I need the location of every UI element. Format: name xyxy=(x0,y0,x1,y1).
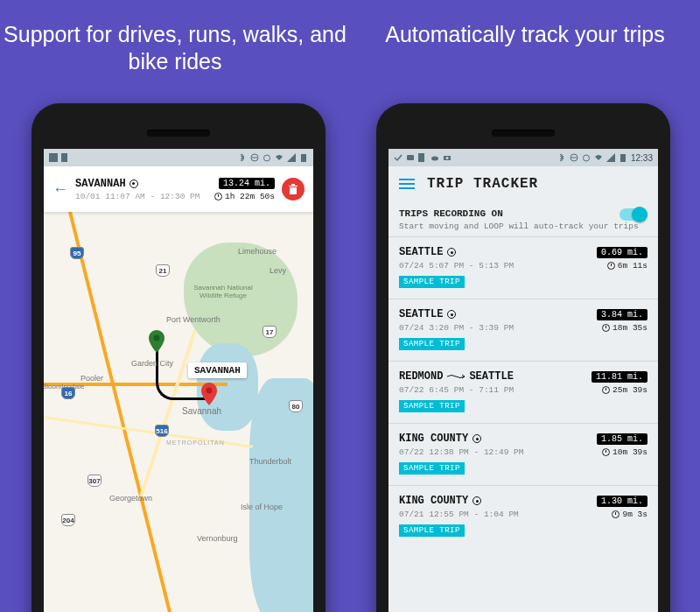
alarm-icon xyxy=(262,153,271,162)
trip-list-item[interactable]: KING COUNTY 1.30 mi. 07/21 12:55 PM - 1:… xyxy=(388,485,658,547)
recording-status-bar: TRIPS RECORDING ON Start moving and LOOP… xyxy=(388,201,658,240)
trip-distance-badge: 0.69 mi. xyxy=(597,247,648,258)
map-town-port-wentworth: Port Wentworth xyxy=(166,315,220,324)
trip-distance-badge: 3.84 mi. xyxy=(597,309,648,320)
do-not-disturb-icon xyxy=(570,153,578,162)
caption-right: Automatically track your trips xyxy=(350,21,700,48)
svg-point-7 xyxy=(206,388,213,394)
map-shield-us80: 80 xyxy=(289,400,303,412)
map-town-garden-city: Garden City xyxy=(131,359,173,368)
svg-rect-1 xyxy=(61,153,67,162)
trip-map[interactable]: SAVANNAH Limehouse Levy Savannah Nationa… xyxy=(44,212,313,612)
svg-rect-11 xyxy=(418,153,424,162)
recording-title: TRIPS RECORDING ON xyxy=(399,208,648,219)
sample-trip-tag: SAMPLE TRIP xyxy=(399,400,465,412)
svg-point-17 xyxy=(583,155,589,161)
bluetooth-icon xyxy=(238,153,247,162)
trip-list-item[interactable]: KING COUNTY 1.85 mi. 07/22 12:38 PM - 12… xyxy=(388,423,658,485)
caption-left: Support for drives, runs, walks, and bik… xyxy=(0,21,350,76)
map-town-thunderbolt: Thunderbolt xyxy=(249,457,291,466)
status-cloud-icon xyxy=(430,153,439,162)
clock-icon xyxy=(612,510,620,518)
battery-icon xyxy=(299,153,308,162)
status-camera-icon xyxy=(443,153,452,162)
target-icon xyxy=(447,248,456,257)
target-icon xyxy=(130,179,138,188)
menu-button[interactable] xyxy=(399,179,415,189)
status-notif-icon xyxy=(49,153,58,162)
map-callout[interactable]: SAVANNAH xyxy=(188,362,247,378)
trip-duration: 1h 22m 50s xyxy=(214,192,275,201)
android-statusbar xyxy=(44,149,313,166)
trip-from: REDMOND xyxy=(399,370,443,383)
trip-list-item[interactable]: REDMOND SEATTLE 11.81 mi. 07/22 6:45 PM … xyxy=(388,361,658,423)
trip-list-item[interactable]: SEATTLE 3.84 mi. 07/24 3:20 PM - 3:39 PM… xyxy=(388,299,658,361)
battery-icon xyxy=(619,153,627,162)
phone-screen-right: 12:33 TRIP TRACKER TRIPS RECORDING ON St… xyxy=(388,149,658,612)
phone-screen-left: ← SAVANNAH 10/01 11:07 AM - 12:30 PM 13.… xyxy=(44,149,313,612)
trip-time: 07/24 5:07 PM - 5:13 PM xyxy=(399,261,514,271)
trip-time: 07/22 12:38 PM - 12:49 PM xyxy=(399,447,524,457)
map-town-pooler: Pooler xyxy=(80,374,103,383)
trash-icon xyxy=(288,183,298,195)
map-shield-i16: 16 xyxy=(61,387,75,399)
app-bar: TRIP TRACKER xyxy=(388,166,658,201)
alarm-icon xyxy=(582,153,591,162)
statusbar-time: 12:33 xyxy=(631,153,653,163)
map-town-limehouse: Limehouse xyxy=(238,247,276,256)
trip-time: 07/22 6:45 PM - 7:11 PM xyxy=(399,385,514,395)
bluetooth-icon xyxy=(557,153,566,162)
svg-rect-5 xyxy=(301,154,306,162)
status-chat-icon xyxy=(406,153,415,162)
map-town-georgetown: Georgetown xyxy=(109,494,152,503)
svg-rect-10 xyxy=(407,155,414,160)
signal-icon xyxy=(287,153,296,162)
map-shield-ga307: 307 xyxy=(88,475,102,487)
trip-duration: 18m 35s xyxy=(602,323,648,333)
trip-from: KING COUNTY xyxy=(399,433,468,445)
svg-rect-18 xyxy=(620,154,626,162)
clock-icon xyxy=(602,324,610,332)
phone-frame-right: 12:33 TRIP TRACKER TRIPS RECORDING ON St… xyxy=(376,103,670,612)
map-park-area xyxy=(184,243,298,356)
trip-time: 07/21 12:55 PM - 1:04 PM xyxy=(399,510,519,519)
trip-title-block: SAVANNAH 10/01 11:07 AM - 12:30 PM xyxy=(75,178,207,201)
route-arrow-icon xyxy=(447,374,465,379)
trip-duration: 25m 39s xyxy=(602,385,648,395)
recording-toggle[interactable] xyxy=(620,208,646,221)
wifi-icon xyxy=(275,153,284,162)
trip-header: ← SAVANNAH 10/01 11:07 AM - 12:30 PM 13.… xyxy=(44,166,313,212)
target-icon xyxy=(447,310,456,319)
trip-duration: 9m 3s xyxy=(612,510,648,519)
trip-place-line: SAVANNAH xyxy=(75,178,207,190)
map-shield-i95: 95 xyxy=(70,247,84,259)
app-title: TRIP TRACKER xyxy=(427,176,538,192)
back-arrow-icon[interactable]: ← xyxy=(52,180,68,199)
trip-to: SEATTLE xyxy=(469,370,513,383)
signal-icon xyxy=(606,153,615,162)
target-icon xyxy=(472,496,481,505)
status-sim-icon xyxy=(418,153,427,162)
sample-trip-tag: SAMPLE TRIP xyxy=(399,524,465,537)
phone-frame-left: ← SAVANNAH 10/01 11:07 AM - 12:30 PM 13.… xyxy=(32,103,326,612)
clock-icon xyxy=(607,262,615,270)
map-town-levy: Levy xyxy=(270,266,286,275)
trip-duration: 10m 39s xyxy=(602,447,648,457)
map-town-savannah: Savannah xyxy=(182,406,221,416)
trip-from: KING COUNTY xyxy=(399,495,468,507)
map-end-pin xyxy=(201,383,217,405)
svg-point-6 xyxy=(154,335,160,341)
trip-time: 07/24 3:20 PM - 3:39 PM xyxy=(399,323,514,333)
map-label-wildlife: Savannah National Wildlife Refuge xyxy=(192,284,254,299)
do-not-disturb-icon xyxy=(250,153,259,162)
trip-distance-badge: 11.81 mi. xyxy=(592,371,648,383)
trip-place-name: SAVANNAH xyxy=(75,178,126,190)
trip-distance-badge: 13.24 mi. xyxy=(219,178,275,189)
trip-list-item[interactable]: SEATTLE 0.69 mi. 07/24 5:07 PM - 5:13 PM… xyxy=(388,236,658,299)
wifi-icon xyxy=(594,153,603,162)
delete-button[interactable] xyxy=(282,178,304,200)
map-shield-i516: 516 xyxy=(155,425,169,437)
clock-icon xyxy=(602,448,610,456)
svg-point-14 xyxy=(446,157,449,159)
trip-list[interactable]: SEATTLE 0.69 mi. 07/24 5:07 PM - 5:13 PM… xyxy=(388,236,658,612)
